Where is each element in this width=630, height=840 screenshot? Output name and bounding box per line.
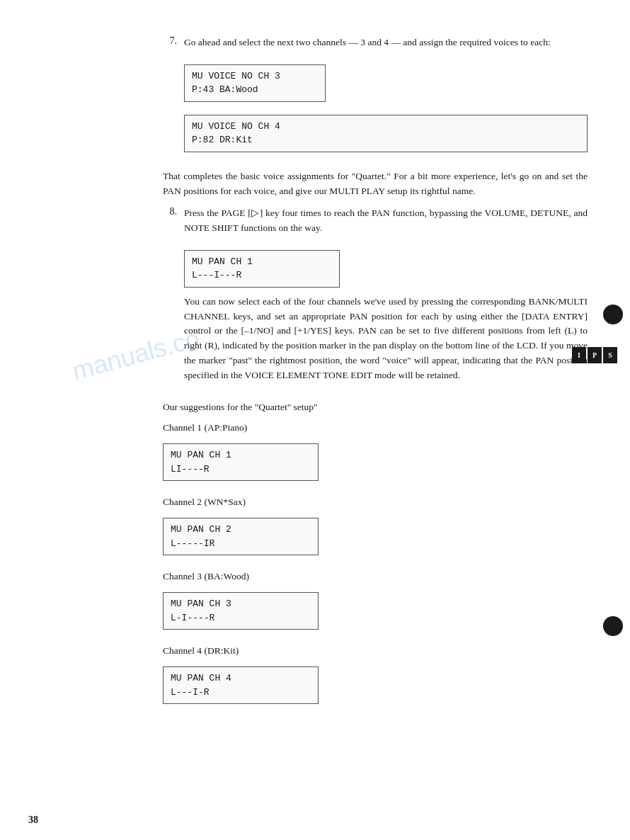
para-2: You can now select each of the four chan…	[184, 295, 588, 384]
channel-4-lcd-line2: L---I-R	[171, 686, 311, 700]
tab-marker-2	[603, 616, 623, 636]
lcd-voice-ch3: MU VOICE NO CH 3 P:43 BA:Wood	[184, 64, 326, 102]
side-label: S P I	[572, 347, 617, 363]
channel-1-lcd: MU PAN CH 1 LI----R	[163, 443, 319, 481]
lcd-pan-ch1-line1: MU PAN CH 1	[192, 255, 332, 269]
channel-4-lcd-line1: MU PAN CH 4	[171, 671, 311, 686]
channel-3-lcd-line2: L-I----R	[171, 611, 311, 625]
item-8-content: Press the PAGE [▷] key four times to rea…	[184, 206, 588, 390]
channel-4-label: Channel 4 (DR:Kit)	[163, 645, 588, 657]
side-label-p: P	[588, 347, 602, 363]
channel-2-lcd-line1: MU PAN CH 2	[171, 523, 311, 537]
lcd-voice-ch4-line1: MU VOICE NO CH 4	[192, 120, 580, 134]
suggestions-label: Our suggestions for the "Quartet" setup"	[163, 400, 588, 415]
channel-4-lcd: MU PAN CH 4 L---I-R	[163, 666, 319, 704]
page: manuals.co S P I 7. Go ahead and select …	[0, 0, 630, 840]
channel-3-lcd: MU PAN CH 3 L-I----R	[163, 592, 319, 630]
channel-list: Channel 1 (AP:Piano) MU PAN CH 1 LI----R…	[163, 422, 588, 711]
item-8: 8. Press the PAGE [▷] key four times to …	[163, 206, 588, 390]
channel-1-section: Channel 1 (AP:Piano) MU PAN CH 1 LI----R	[163, 422, 588, 488]
channel-2-lcd-line2: L-----IR	[171, 537, 311, 551]
channel-2-section: Channel 2 (WN*Sax) MU PAN CH 2 L-----IR	[163, 496, 588, 562]
lcd-voice-ch4: MU VOICE NO CH 4 P:82 DR:Kit	[184, 115, 588, 152]
channel-4-section: Channel 4 (DR:Kit) MU PAN CH 4 L---I-R	[163, 645, 588, 711]
channel-2-lcd: MU PAN CH 2 L-----IR	[163, 518, 319, 555]
item-7-number: 7.	[163, 35, 177, 159]
side-label-i: I	[572, 347, 586, 363]
channel-1-lcd-line2: LI----R	[171, 462, 311, 477]
channel-2-label: Channel 2 (WN*Sax)	[163, 496, 588, 508]
side-label-s: S	[603, 347, 617, 363]
page-number: 38	[28, 815, 38, 826]
channel-3-lcd-line1: MU PAN CH 3	[171, 597, 311, 611]
lcd-pan-ch1-line2: L---I---R	[192, 268, 332, 283]
lcd-pan-ch1: MU PAN CH 1 L---I---R	[184, 250, 340, 288]
item-7: 7. Go ahead and select the next two chan…	[163, 35, 588, 159]
channel-3-label: Channel 3 (BA:Wood)	[163, 571, 588, 582]
item-7-content: Go ahead and select the next two channel…	[184, 35, 588, 159]
item-8-text: Press the PAGE [▷] key four times to rea…	[184, 206, 588, 236]
lcd-voice-ch4-line2: P:82 DR:Kit	[192, 133, 580, 147]
channel-1-label: Channel 1 (AP:Piano)	[163, 422, 588, 433]
tab-marker-1	[603, 305, 623, 324]
lcd-voice-ch3-line1: MU VOICE NO CH 3	[192, 69, 318, 84]
channel-3-section: Channel 3 (BA:Wood) MU PAN CH 3 L-I----R	[163, 571, 588, 637]
item-8-number: 8.	[163, 206, 177, 390]
channel-1-lcd-line1: MU PAN CH 1	[171, 448, 311, 462]
para-1: That completes the basic voice assignmen…	[163, 169, 588, 199]
lcd-voice-ch3-line2: P:43 BA:Wood	[192, 83, 318, 97]
item-7-text: Go ahead and select the next two channel…	[184, 35, 588, 50]
